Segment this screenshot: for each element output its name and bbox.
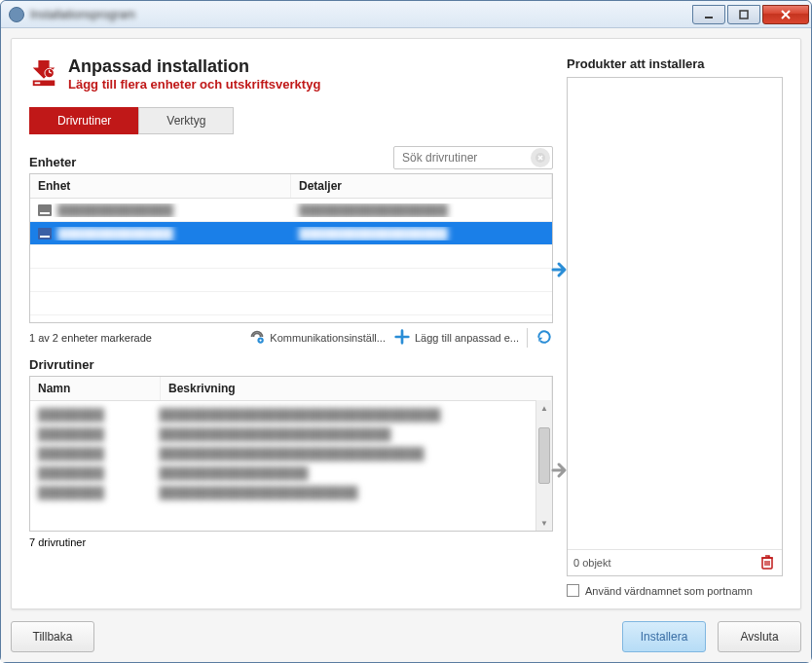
scroll-down-icon[interactable]: ▼ bbox=[536, 515, 552, 531]
refresh-button[interactable] bbox=[535, 328, 553, 348]
driver-row[interactable]: ██████████████████████████ bbox=[30, 463, 552, 483]
driver-row[interactable]: ████████████████████████████████ bbox=[30, 483, 552, 502]
tab-drivers[interactable]: Drivrutiner bbox=[29, 107, 139, 134]
driver-row[interactable]: ████████████████████████████████████████ bbox=[30, 444, 552, 463]
use-hostname-checkbox[interactable]: Använd värdnamnet som portnamn bbox=[567, 584, 783, 597]
plus-icon bbox=[393, 328, 411, 348]
clear-search-icon[interactable] bbox=[531, 148, 550, 167]
products-list: 0 objekt bbox=[567, 77, 783, 576]
search-box[interactable] bbox=[393, 146, 553, 169]
add-custom-device-button[interactable]: Lägg till anpassad e... bbox=[393, 328, 519, 348]
maximize-button[interactable] bbox=[727, 5, 760, 24]
page-subtitle: Lägg till flera enheter och utskriftsver… bbox=[68, 77, 320, 92]
app-icon bbox=[9, 7, 24, 22]
device-row-empty bbox=[30, 245, 552, 269]
close-button[interactable] bbox=[762, 5, 809, 24]
download-install-icon bbox=[29, 58, 58, 88]
titlebar: Installationsprogram bbox=[1, 1, 811, 28]
drivers-label: Drivrutiner bbox=[29, 357, 93, 372]
signal-gear-icon bbox=[248, 328, 266, 348]
window-title: Installationsprogram bbox=[30, 8, 135, 21]
products-title: Produkter att installera bbox=[567, 56, 783, 71]
comm-settings-button[interactable]: Kommunikationsinställ... bbox=[248, 328, 386, 348]
add-driver-arrow-button[interactable] bbox=[549, 460, 571, 481]
printer-icon bbox=[38, 204, 52, 216]
exit-button[interactable]: Avsluta bbox=[718, 621, 801, 652]
device-row-empty bbox=[30, 269, 552, 292]
devices-table: Enhet Detaljer ██████████████ ██████████… bbox=[29, 173, 553, 323]
tabs: Drivrutiner Verktyg bbox=[29, 107, 553, 134]
device-row[interactable]: ██████████████ ██████████████████ bbox=[30, 199, 552, 222]
device-row[interactable]: ██████████████ ██████████████████ bbox=[30, 222, 552, 245]
svg-rect-0 bbox=[705, 17, 713, 18]
add-device-arrow-button[interactable] bbox=[549, 259, 571, 280]
svg-rect-4 bbox=[35, 82, 41, 84]
checkbox-box[interactable] bbox=[567, 584, 579, 597]
tab-tools[interactable]: Verktyg bbox=[138, 107, 234, 134]
drivers-status: 7 drivrutiner bbox=[29, 536, 553, 548]
driver-row[interactable]: ████████████████████████████████████ bbox=[30, 424, 552, 444]
svg-rect-1 bbox=[740, 11, 748, 18]
col-header-beskrivning[interactable]: Beskrivning bbox=[161, 377, 552, 400]
search-input[interactable] bbox=[394, 151, 531, 165]
driver-row[interactable]: ████████████████████████████████████████… bbox=[30, 405, 552, 424]
printer-icon bbox=[38, 228, 52, 239]
products-count: 0 objekt bbox=[573, 557, 611, 569]
delete-button[interactable] bbox=[758, 554, 776, 571]
col-header-enhet[interactable]: Enhet bbox=[30, 174, 291, 198]
trash-icon bbox=[760, 554, 774, 571]
devices-status: 1 av 2 enheter markerade bbox=[29, 332, 152, 344]
page-title: Anpassad installation bbox=[68, 56, 320, 77]
back-button[interactable]: Tillbaka bbox=[11, 621, 94, 652]
drivers-table: Namn Beskrivning ███████████████████████… bbox=[29, 376, 553, 532]
scroll-up-icon[interactable]: ▲ bbox=[536, 400, 552, 416]
devices-label: Enheter bbox=[29, 155, 76, 169]
minimize-button[interactable] bbox=[692, 5, 725, 24]
svg-point-7 bbox=[260, 340, 262, 342]
device-row-empty bbox=[30, 292, 552, 315]
divider bbox=[527, 328, 528, 348]
col-header-namn[interactable]: Namn bbox=[30, 377, 161, 400]
app-window: Installationsprogram bbox=[0, 0, 812, 663]
install-button[interactable]: Installera bbox=[622, 621, 706, 652]
content-card: Anpassad installation Lägg till flera en… bbox=[11, 38, 801, 609]
col-header-detaljer[interactable]: Detaljer bbox=[291, 174, 552, 198]
refresh-icon bbox=[535, 328, 553, 348]
